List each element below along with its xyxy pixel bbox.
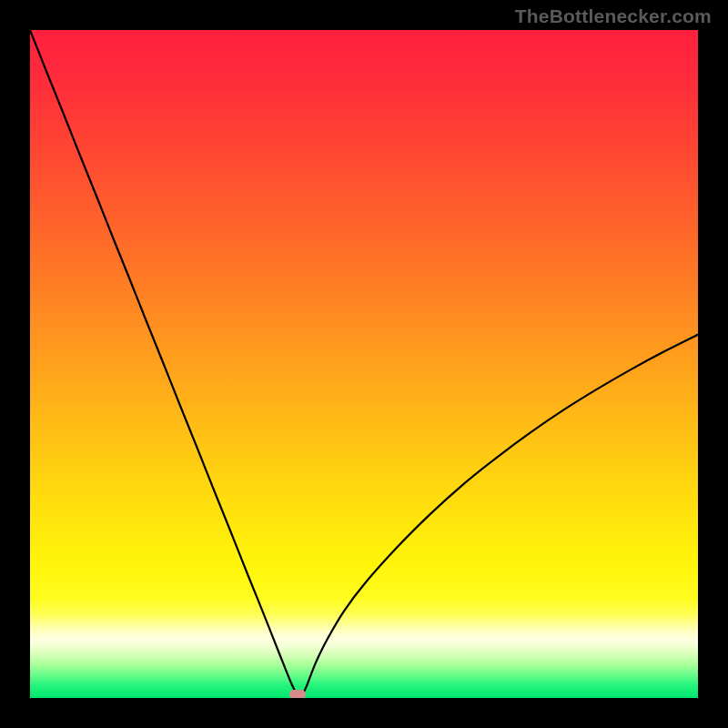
- plot-area: [30, 30, 698, 698]
- optimal-point-marker: [289, 690, 306, 698]
- bottleneck-curve: [30, 30, 698, 697]
- chart-stage: TheBottlenecker.com: [0, 0, 728, 728]
- watermark-text: TheBottlenecker.com: [515, 5, 712, 27]
- curve-layer: [30, 30, 698, 698]
